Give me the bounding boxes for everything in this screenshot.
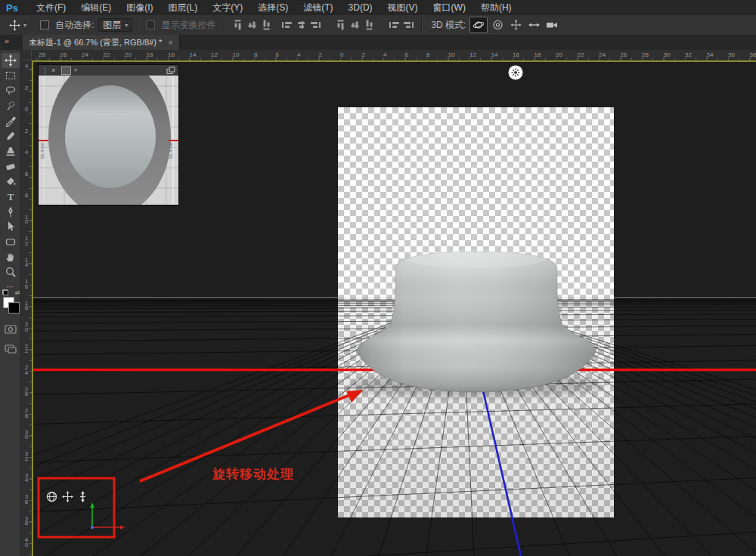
3d-pan-mode-button[interactable] bbox=[507, 17, 524, 32]
align-top-icon[interactable] bbox=[235, 20, 241, 30]
svg-text:T: T bbox=[7, 191, 14, 202]
ruler-v-label: 2 4 bbox=[23, 366, 30, 375]
ruler-v-label: 3 4 bbox=[23, 474, 30, 483]
paint-bucket-tool[interactable] bbox=[2, 174, 20, 189]
path-selection-tool[interactable] bbox=[2, 219, 20, 234]
paint-bucket-tool-icon bbox=[5, 175, 17, 187]
background-color-swatch[interactable] bbox=[8, 302, 20, 314]
lasso-tool[interactable] bbox=[2, 83, 20, 98]
ruler-v-label: 4 0 bbox=[23, 538, 30, 548]
align-left-icon[interactable] bbox=[282, 22, 292, 28]
pan-widget-icon[interactable] bbox=[62, 491, 73, 502]
secondary-view-titlebar[interactable]: ⋮ × ▾ bbox=[39, 65, 178, 76]
distribute-left-icon[interactable] bbox=[389, 22, 399, 28]
menu-filter[interactable]: 滤镜(T) bbox=[296, 0, 340, 15]
separator bbox=[138, 18, 139, 32]
auto-select-value: 图层 bbox=[103, 19, 121, 32]
view-select-caret-icon[interactable]: ▾ bbox=[74, 67, 77, 73]
horizontal-ruler[interactable]: 2826242220181614121086420246810121416182… bbox=[32, 50, 756, 60]
document-tab[interactable]: 未标题-1 @ 66.7% (背景, RGB/8#) * × bbox=[23, 35, 180, 50]
align-center-icon[interactable] bbox=[296, 22, 306, 28]
3d-light-widget[interactable] bbox=[507, 64, 524, 81]
3d-dolly-mode-button[interactable] bbox=[544, 17, 560, 32]
ruler-v-label: 1 0 bbox=[23, 215, 30, 225]
separator bbox=[421, 18, 423, 32]
ruler-v-label: 4 bbox=[23, 64, 30, 70]
ruler-h-label: 36 bbox=[728, 51, 735, 58]
ruler-h-label: 0 bbox=[340, 51, 343, 58]
distribute-right-icon[interactable] bbox=[404, 22, 414, 28]
clone-stamp-tool-icon bbox=[5, 145, 17, 157]
menu-window[interactable]: 窗口(W) bbox=[426, 0, 473, 15]
ruler-v-label: 8 bbox=[23, 193, 30, 199]
collapse-dock-chevron-icon[interactable]: » bbox=[5, 36, 9, 45]
ruler-v-label: 2 6 bbox=[23, 388, 30, 397]
distribute-top-icon[interactable] bbox=[338, 20, 344, 30]
view-select-icon[interactable] bbox=[61, 66, 71, 75]
quick-mask-button[interactable] bbox=[2, 323, 20, 336]
hand-tool-icon bbox=[5, 251, 17, 263]
eyedropper-tool[interactable] bbox=[2, 113, 20, 128]
align-middle-icon[interactable] bbox=[249, 20, 256, 30]
menu-file[interactable]: 文件(F) bbox=[29, 0, 73, 15]
tab-close-icon[interactable]: × bbox=[168, 38, 172, 47]
ruler-h-label: 28 bbox=[39, 51, 45, 58]
swap-view-icon[interactable] bbox=[166, 66, 175, 75]
secondary-view-content[interactable]: 51.4 cm 51.4 cm bbox=[39, 76, 178, 205]
rectangular-marquee-tool[interactable] bbox=[2, 68, 20, 83]
auto-select-dropdown[interactable]: 图层 ▾ bbox=[98, 18, 132, 32]
eraser-tool[interactable] bbox=[2, 159, 20, 174]
auto-select-label: 自动选择: bbox=[55, 19, 94, 32]
3d-mode-widget-icons bbox=[46, 491, 88, 502]
menu-type[interactable]: 文字(Y) bbox=[205, 0, 250, 15]
zoom-tool[interactable] bbox=[2, 264, 20, 280]
screen-mode-button[interactable] bbox=[2, 342, 20, 356]
menu-edit[interactable]: 编辑(E) bbox=[73, 0, 119, 15]
distribute-bottom-icon[interactable] bbox=[367, 20, 373, 30]
move-tool[interactable] bbox=[2, 53, 20, 68]
brush-tool-icon bbox=[5, 130, 17, 142]
ruler-h-label: 2 bbox=[362, 51, 365, 58]
photoshop-window: { "app": { "logo_text": "Ps" }, "menu_ba… bbox=[0, 0, 756, 556]
ruler-h-label: 34 bbox=[707, 51, 714, 58]
default-colors-icon[interactable] bbox=[2, 289, 8, 295]
menu-layer[interactable]: 图层(L) bbox=[161, 0, 206, 15]
menu-help[interactable]: 帮助(H) bbox=[473, 0, 519, 15]
type-tool[interactable]: T bbox=[2, 189, 20, 204]
quick-selection-tool[interactable] bbox=[2, 98, 20, 113]
canvas-viewport[interactable]: 旋转移动处理 ⋮ × ▾ bbox=[32, 60, 756, 556]
ruler-h-label: 38 bbox=[750, 51, 756, 58]
vertical-ruler[interactable]: 42024681 01 21 41 61 82 02 22 42 62 83 0… bbox=[21, 60, 32, 556]
hand-tool[interactable] bbox=[2, 249, 20, 264]
menu-3d[interactable]: 3D(D) bbox=[341, 0, 380, 15]
shape-tool[interactable] bbox=[2, 234, 20, 249]
distribute-middle-icon[interactable] bbox=[352, 20, 358, 30]
ruler-h-label: 26 bbox=[60, 51, 67, 58]
menu-image[interactable]: 图像(I) bbox=[119, 0, 160, 15]
secondary-view-close-icon[interactable]: × bbox=[51, 66, 55, 74]
ruler-h-label: 18 bbox=[147, 51, 153, 58]
show-transform-checkbox[interactable] bbox=[146, 20, 155, 29]
3d-orbit-mode-button[interactable] bbox=[469, 17, 488, 33]
align-bottom-icon[interactable] bbox=[264, 20, 270, 30]
swap-colors-icon[interactable]: ⇄ bbox=[15, 289, 20, 296]
document-title: 未标题-1 @ 66.7% (背景, RGB/8#) * bbox=[29, 37, 162, 48]
ruler-v-label: 3 8 bbox=[23, 517, 30, 527]
dropdown-caret-icon: ▾ bbox=[125, 22, 128, 29]
menu-view[interactable]: 视图(V) bbox=[380, 0, 426, 15]
brush-tool[interactable] bbox=[2, 128, 20, 144]
align-right-icon[interactable] bbox=[311, 22, 321, 28]
orbit-widget-icon[interactable] bbox=[46, 491, 57, 502]
options-bar: ▾ 自动选择: 图层 ▾ 显示变换控件 3D 模式: bbox=[0, 15, 756, 36]
current-tool-badge[interactable]: ▾ bbox=[9, 20, 26, 31]
screen-mode-icon bbox=[5, 344, 17, 354]
3d-slide-mode-button[interactable] bbox=[525, 17, 542, 32]
auto-select-checkbox[interactable] bbox=[40, 20, 49, 29]
separator bbox=[32, 18, 33, 32]
pen-tool[interactable] bbox=[2, 204, 20, 219]
ruler-h-label: 20 bbox=[556, 51, 562, 58]
dolly-widget-icon[interactable] bbox=[78, 491, 88, 502]
menu-select[interactable]: 选择(S) bbox=[250, 0, 296, 15]
clone-stamp-tool[interactable] bbox=[2, 144, 20, 159]
3d-roll-mode-button[interactable] bbox=[489, 17, 506, 32]
